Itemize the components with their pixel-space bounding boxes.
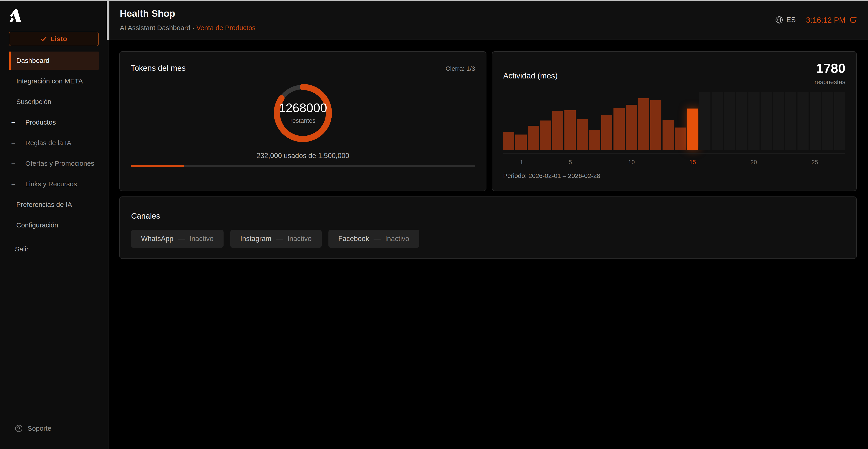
activity-stat: 1780 respuestas (814, 62, 845, 86)
activity-day-column (564, 92, 576, 150)
sidebar-scrollbar-thumb[interactable] (107, 1, 110, 40)
sidebar-item-label: Preferencias de IA (16, 201, 72, 208)
channel-chip-instagram[interactable]: Instagram—Inactivo (230, 230, 322, 248)
channel-name: Facebook (338, 235, 369, 243)
language-selector[interactable]: ES (775, 16, 796, 24)
activity-day-column (712, 92, 723, 150)
activity-total-label: respuestas (814, 79, 845, 86)
sidebar-item-label: Integración con META (16, 77, 83, 85)
activity-day-column (662, 92, 674, 150)
globe-icon (775, 16, 783, 24)
channels-card: Canales WhatsApp—InactivoInstagram—Inact… (119, 197, 857, 259)
check-icon (40, 36, 47, 41)
tokens-card-header: Tokens del mes Cierra: 1/3 (131, 63, 475, 72)
channels-title: Canales (131, 211, 160, 220)
activity-day-column (700, 92, 710, 150)
sidebar-item-productos[interactable]: –Productos (9, 113, 99, 131)
brand-logo-icon (9, 8, 21, 23)
sidebar-item-label: Ofertas y Promociones (25, 160, 94, 167)
channel-status: Inactivo (287, 235, 312, 243)
channel-chip-whatsapp[interactable]: WhatsApp—Inactivo (131, 230, 223, 248)
sidebar-item-salir[interactable]: Salir (9, 240, 99, 258)
activity-bar (650, 100, 661, 150)
breadcrumb-section: Venta de Productos (196, 24, 256, 31)
support-link[interactable]: Soporte (15, 425, 51, 432)
channel-chip-facebook[interactable]: Facebook—Inactivo (329, 230, 419, 248)
sidebar-item-dashboard[interactable]: Dashboard (9, 52, 99, 70)
activity-day-column (724, 92, 735, 150)
activity-bar (589, 130, 600, 150)
activity-day-column (834, 92, 845, 150)
clock-label: 3:16:12 PM (806, 16, 845, 24)
channel-status: Inactivo (189, 235, 214, 243)
activity-day-column (515, 92, 526, 150)
activity-day-column (736, 92, 747, 150)
dash-prefix-icon: – (11, 118, 15, 126)
sidebar-item-reglas-de-la-ia[interactable]: –Reglas de la IA (9, 134, 99, 152)
sidebar-item-label: Productos (25, 118, 56, 126)
sidebar-item-configuracion[interactable]: Configuración (9, 216, 99, 234)
channel-separator: — (178, 235, 185, 243)
activity-bar (662, 120, 674, 150)
activity-day-column (798, 92, 809, 150)
tokens-donut-wrap: 1268000 restantes (120, 83, 486, 144)
activity-day-column (552, 92, 563, 150)
header-right: ES 3:16:12 PM (775, 0, 857, 40)
activity-day-column (822, 92, 833, 150)
activity-day-column (626, 92, 637, 150)
activity-card: Actividad (mes) 1780 respuestas 15101520… (492, 51, 857, 191)
axis-tick-label: 5 (569, 159, 572, 166)
activity-bar (552, 111, 563, 150)
activity-day-column (528, 92, 539, 150)
tokens-remaining-label: restantes (290, 117, 315, 124)
sidebar-item-suscripcion[interactable]: Suscripción (9, 93, 99, 111)
activity-bar (515, 134, 526, 150)
activity-bar-placeholder (700, 92, 710, 150)
activity-bar-current (687, 109, 698, 150)
status-ready-button[interactable]: Listo (9, 32, 99, 46)
activity-day-column (675, 92, 686, 150)
activity-bar (626, 105, 637, 150)
activity-day-column (748, 92, 760, 150)
sidebar-item-label: Links y Recursos (25, 180, 77, 188)
activity-bar-placeholder (724, 92, 735, 150)
dash-prefix-icon: – (11, 160, 15, 167)
breadcrumb-separator: · (190, 24, 196, 31)
activity-day-column (785, 92, 796, 150)
activity-bar (601, 115, 612, 150)
activity-bar (528, 126, 539, 150)
question-circle-icon (15, 425, 23, 432)
activity-day-column (540, 92, 551, 150)
status-ready-label: Listo (51, 35, 67, 43)
sidebar-item-ofertas-y-promociones[interactable]: –Ofertas y Promociones (9, 154, 99, 173)
activity-bar-placeholder (822, 92, 833, 150)
tokens-progressbar (131, 165, 475, 167)
sidebar-nav: DashboardIntegración con METASuscripción… (9, 52, 99, 237)
activity-bar (577, 119, 588, 150)
channel-name: Instagram (240, 235, 272, 243)
donut-center: 1268000 restantes (272, 83, 333, 144)
header: Health Shop AI Assistant Dashboard · Ven… (109, 0, 868, 40)
axis-tick-label: 10 (628, 159, 635, 166)
activity-bar (540, 120, 551, 150)
activity-day-column (650, 92, 661, 150)
tokens-usage-text: 232,000 usados de 1,500,000 (120, 152, 486, 160)
activity-day-column (577, 92, 588, 150)
sidebar-item-preferencias-de-ia[interactable]: Preferencias de IA (9, 196, 99, 214)
logout-label: Salir (15, 245, 29, 253)
sidebar-item-links-y-recursos[interactable]: –Links y Recursos (9, 175, 99, 193)
activity-bar (675, 127, 686, 150)
refresh-icon[interactable] (849, 16, 857, 24)
activity-title: Actividad (mes) (503, 71, 558, 80)
tokens-remaining-value: 1268000 (279, 102, 327, 114)
activity-bar-placeholder (785, 92, 796, 150)
tokens-donut-chart: 1268000 restantes (272, 83, 333, 144)
activity-axis-ticks: 1510152025 (503, 159, 845, 167)
channel-status: Inactivo (385, 235, 409, 243)
page-title: Health Shop (120, 8, 175, 19)
activity-bar-placeholder (748, 92, 760, 150)
sidebar-item-integracion-con-meta[interactable]: Integración con META (9, 72, 99, 90)
sidebar-item-label: Reglas de la IA (25, 139, 71, 147)
sidebar-divider (9, 237, 99, 237)
activity-day-column (687, 92, 698, 150)
